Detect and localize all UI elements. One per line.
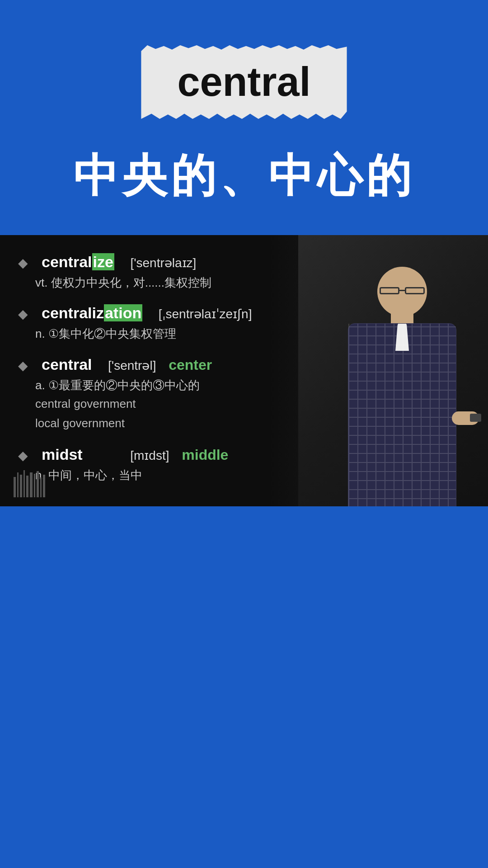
dict-entry-centralization: ◆ centralization [ˌsentrəlaɪˈzeɪʃn] n. ①… xyxy=(18,304,289,342)
equiv-midst: middle xyxy=(182,447,228,463)
top-section: central 中央的、中心的 xyxy=(0,0,488,207)
phonetic-centralization: [ˌsentrəlaɪˈzeɪʃn] xyxy=(151,307,252,321)
bottom-section xyxy=(0,506,488,868)
def-centralize: vt. 使权力中央化，对......集权控制 xyxy=(35,274,289,291)
def-centralization: n. ①集中化②中央集权管理 xyxy=(35,326,289,342)
highlight-ation: ation xyxy=(104,304,142,321)
def-midst: n. 中间，中心，当中 xyxy=(35,467,289,483)
barcode-icon xyxy=(14,470,45,497)
dict-entry-centralize: ◆ centralize ['sentrəlaɪz] vt. 使权力中央化，对.… xyxy=(18,253,289,291)
word-centralization: centralization xyxy=(42,304,142,322)
example-central-govt: central government xyxy=(35,395,289,413)
presenter-area xyxy=(298,235,488,506)
dict-entry-midst: ◆ midst [mɪdst] middle n. 中间，中心，当中 xyxy=(18,446,289,483)
video-panel: CZK 陈正康英语 CHEN ZHENG KANG YING YU ◆ cent… xyxy=(0,235,488,506)
main-word: central xyxy=(141,45,347,119)
bullet-2: ◆ xyxy=(18,307,28,321)
highlight-ize: ize xyxy=(92,253,114,270)
def-central: a. ①最重要的②中央的③中心的 xyxy=(35,377,289,393)
person-body xyxy=(348,323,456,506)
word-central: central xyxy=(42,356,92,373)
chinese-translation: 中央的、中心的 xyxy=(73,146,415,207)
person-glasses xyxy=(380,287,425,294)
word-centralize: centralize xyxy=(42,253,114,271)
dictionary-content: ◆ centralize ['sentrəlaɪz] vt. 使权力中央化，对.… xyxy=(18,253,289,497)
word-midst: midst xyxy=(42,446,83,463)
phonetic-central: ['sentrəl] xyxy=(101,358,160,373)
presenter-silhouette xyxy=(330,253,474,506)
bullet-4: ◆ xyxy=(18,448,28,463)
equiv-central: center xyxy=(169,357,212,373)
bullet-3: ◆ xyxy=(18,358,28,373)
phonetic-centralize: ['sentrəlaɪz] xyxy=(123,255,197,270)
person-hand xyxy=(452,411,479,425)
phonetic-midst: [mɪdst] xyxy=(92,448,173,463)
example-local-govt: local government xyxy=(35,415,289,432)
bullet-1: ◆ xyxy=(18,255,28,270)
dict-entry-central: ◆ central ['sentrəl] center a. ①最重要的②中央的… xyxy=(18,356,289,432)
